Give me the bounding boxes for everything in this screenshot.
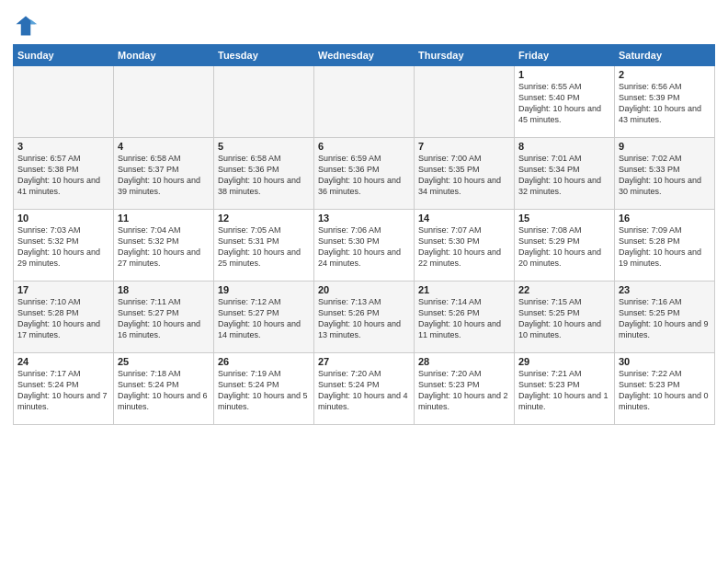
day-number: 3 [17, 141, 109, 152]
day-number: 22 [518, 284, 610, 295]
day-info: Sunrise: 7:15 AMSunset: 5:25 PMDaylight:… [518, 296, 610, 341]
calendar-cell: 26Sunrise: 7:19 AMSunset: 5:24 PMDayligh… [214, 353, 314, 425]
day-info: Sunrise: 7:21 AMSunset: 5:23 PMDaylight:… [518, 368, 610, 413]
calendar-cell: 10Sunrise: 7:03 AMSunset: 5:32 PMDayligh… [14, 210, 114, 282]
day-info: Sunrise: 7:09 AMSunset: 5:28 PMDaylight:… [619, 224, 711, 270]
calendar-cell: 22Sunrise: 7:15 AMSunset: 5:25 PMDayligh… [515, 282, 615, 353]
day-info: Sunrise: 7:20 AMSunset: 5:24 PMDaylight:… [318, 368, 410, 413]
calendar-cell: 7Sunrise: 7:00 AMSunset: 5:35 PMDaylight… [415, 138, 515, 210]
calendar-cell: 5Sunrise: 6:58 AMSunset: 5:36 PMDaylight… [214, 138, 314, 210]
calendar-cell: 12Sunrise: 7:05 AMSunset: 5:31 PMDayligh… [214, 210, 314, 282]
day-info: Sunrise: 7:00 AMSunset: 5:35 PMDaylight:… [418, 153, 510, 198]
calendar-cell: 30Sunrise: 7:22 AMSunset: 5:23 PMDayligh… [615, 353, 715, 425]
day-info: Sunrise: 6:55 AMSunset: 5:40 PMDaylight:… [518, 81, 610, 126]
calendar-cell: 3Sunrise: 6:57 AMSunset: 5:38 PMDaylight… [14, 138, 114, 210]
calendar: SundayMondayTuesdayWednesdayThursdayFrid… [13, 44, 715, 425]
week-row-4: 17Sunrise: 7:10 AMSunset: 5:28 PMDayligh… [14, 282, 715, 353]
day-number: 19 [218, 284, 310, 295]
calendar-cell: 28Sunrise: 7:20 AMSunset: 5:23 PMDayligh… [415, 353, 515, 425]
day-number: 29 [518, 356, 610, 367]
day-number: 6 [318, 141, 410, 152]
calendar-cell [314, 66, 415, 138]
weekday-header-tuesday: Tuesday [214, 45, 314, 66]
weekday-header-wednesday: Wednesday [314, 45, 415, 66]
day-number: 16 [619, 213, 711, 224]
day-info: Sunrise: 7:16 AMSunset: 5:25 PMDaylight:… [619, 296, 711, 341]
day-number: 9 [619, 141, 711, 152]
weekday-header-row: SundayMondayTuesdayWednesdayThursdayFrid… [14, 45, 715, 66]
day-number: 10 [17, 213, 109, 224]
day-info: Sunrise: 7:22 AMSunset: 5:23 PMDaylight:… [619, 368, 711, 413]
day-info: Sunrise: 7:05 AMSunset: 5:31 PMDaylight:… [218, 224, 310, 270]
day-info: Sunrise: 7:17 AMSunset: 5:24 PMDaylight:… [17, 368, 109, 413]
day-info: Sunrise: 7:14 AMSunset: 5:26 PMDaylight:… [418, 296, 510, 341]
day-number: 26 [218, 356, 310, 367]
logo [13, 13, 42, 39]
day-info: Sunrise: 6:58 AMSunset: 5:37 PMDaylight:… [118, 153, 210, 198]
calendar-cell: 11Sunrise: 7:04 AMSunset: 5:32 PMDayligh… [114, 210, 214, 282]
weekday-header-saturday: Saturday [615, 45, 715, 66]
calendar-cell [14, 66, 114, 138]
day-number: 20 [318, 284, 410, 295]
calendar-cell: 8Sunrise: 7:01 AMSunset: 5:34 PMDaylight… [515, 138, 615, 210]
week-row-1: 1Sunrise: 6:55 AMSunset: 5:40 PMDaylight… [14, 66, 715, 138]
day-number: 15 [518, 213, 610, 224]
day-number: 17 [17, 284, 109, 295]
weekday-header-friday: Friday [515, 45, 615, 66]
calendar-cell: 23Sunrise: 7:16 AMSunset: 5:25 PMDayligh… [615, 282, 715, 353]
day-info: Sunrise: 7:04 AMSunset: 5:32 PMDaylight:… [118, 224, 210, 270]
day-number: 5 [218, 141, 310, 152]
calendar-cell [415, 66, 515, 138]
calendar-cell [114, 66, 214, 138]
weekday-header-monday: Monday [114, 45, 214, 66]
day-info: Sunrise: 6:59 AMSunset: 5:36 PMDaylight:… [318, 153, 410, 198]
day-number: 30 [619, 356, 711, 367]
day-info: Sunrise: 7:13 AMSunset: 5:26 PMDaylight:… [318, 296, 410, 341]
day-number: 1 [518, 69, 610, 80]
day-info: Sunrise: 7:20 AMSunset: 5:23 PMDaylight:… [418, 368, 510, 413]
day-number: 11 [118, 213, 210, 224]
calendar-cell: 17Sunrise: 7:10 AMSunset: 5:28 PMDayligh… [14, 282, 114, 353]
calendar-cell: 29Sunrise: 7:21 AMSunset: 5:23 PMDayligh… [515, 353, 615, 425]
week-row-3: 10Sunrise: 7:03 AMSunset: 5:32 PMDayligh… [14, 210, 715, 282]
week-row-5: 24Sunrise: 7:17 AMSunset: 5:24 PMDayligh… [14, 353, 715, 425]
day-number: 12 [218, 213, 310, 224]
day-info: Sunrise: 7:19 AMSunset: 5:24 PMDaylight:… [218, 368, 310, 413]
day-number: 8 [518, 141, 610, 152]
day-info: Sunrise: 7:12 AMSunset: 5:27 PMDaylight:… [218, 296, 310, 341]
calendar-cell: 16Sunrise: 7:09 AMSunset: 5:28 PMDayligh… [615, 210, 715, 282]
day-number: 13 [318, 213, 410, 224]
day-info: Sunrise: 6:57 AMSunset: 5:38 PMDaylight:… [17, 153, 109, 198]
day-info: Sunrise: 7:01 AMSunset: 5:34 PMDaylight:… [518, 153, 610, 198]
day-info: Sunrise: 7:10 AMSunset: 5:28 PMDaylight:… [17, 296, 109, 341]
svg-marker-1 [30, 19, 37, 24]
calendar-cell: 6Sunrise: 6:59 AMSunset: 5:36 PMDaylight… [314, 138, 415, 210]
day-info: Sunrise: 7:03 AMSunset: 5:32 PMDaylight:… [17, 224, 109, 270]
calendar-cell: 9Sunrise: 7:02 AMSunset: 5:33 PMDaylight… [615, 138, 715, 210]
calendar-cell: 21Sunrise: 7:14 AMSunset: 5:26 PMDayligh… [415, 282, 515, 353]
svg-marker-0 [17, 17, 36, 36]
day-info: Sunrise: 7:02 AMSunset: 5:33 PMDaylight:… [619, 153, 711, 198]
day-number: 7 [418, 141, 510, 152]
header [13, 9, 715, 39]
calendar-cell: 20Sunrise: 7:13 AMSunset: 5:26 PMDayligh… [314, 282, 415, 353]
calendar-cell: 27Sunrise: 7:20 AMSunset: 5:24 PMDayligh… [314, 353, 415, 425]
calendar-cell: 4Sunrise: 6:58 AMSunset: 5:37 PMDaylight… [114, 138, 214, 210]
day-number: 27 [318, 356, 410, 367]
day-info: Sunrise: 7:06 AMSunset: 5:30 PMDaylight:… [318, 224, 410, 270]
calendar-cell: 13Sunrise: 7:06 AMSunset: 5:30 PMDayligh… [314, 210, 415, 282]
day-number: 2 [619, 69, 711, 80]
day-number: 23 [619, 284, 711, 295]
day-number: 18 [118, 284, 210, 295]
calendar-cell: 15Sunrise: 7:08 AMSunset: 5:29 PMDayligh… [515, 210, 615, 282]
calendar-cell: 1Sunrise: 6:55 AMSunset: 5:40 PMDaylight… [515, 66, 615, 138]
weekday-header-thursday: Thursday [415, 45, 515, 66]
weekday-header-sunday: Sunday [14, 45, 114, 66]
day-number: 21 [418, 284, 510, 295]
week-row-2: 3Sunrise: 6:57 AMSunset: 5:38 PMDaylight… [14, 138, 715, 210]
day-info: Sunrise: 7:07 AMSunset: 5:30 PMDaylight:… [418, 224, 510, 270]
calendar-cell: 19Sunrise: 7:12 AMSunset: 5:27 PMDayligh… [214, 282, 314, 353]
calendar-cell: 25Sunrise: 7:18 AMSunset: 5:24 PMDayligh… [114, 353, 214, 425]
calendar-cell: 2Sunrise: 6:56 AMSunset: 5:39 PMDaylight… [615, 66, 715, 138]
day-number: 25 [118, 356, 210, 367]
